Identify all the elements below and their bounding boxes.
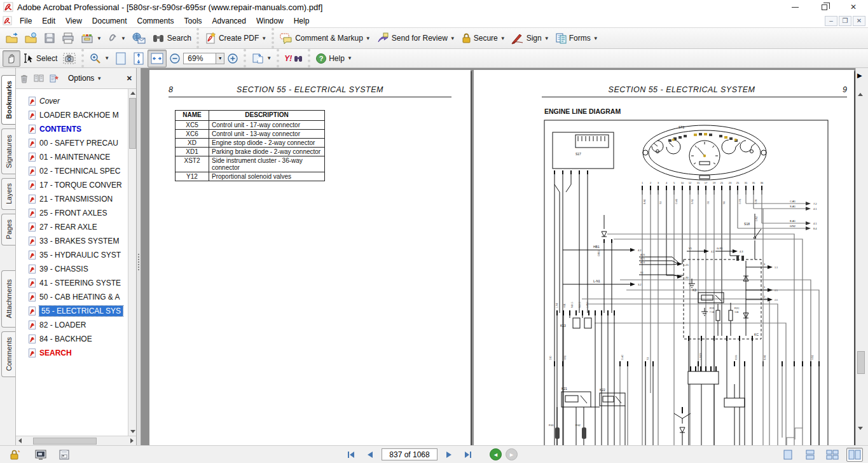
bookmarks-hscrollbar[interactable] — [16, 436, 136, 445]
bookmark-item[interactable]: LOADER BACKHOE M — [16, 108, 136, 122]
continuous-facing-button[interactable] — [824, 448, 841, 462]
search-button[interactable]: Search — [149, 30, 194, 46]
panel-expand-arrow[interactable]: ▶ — [857, 72, 862, 79]
fit-page-button[interactable] — [130, 50, 148, 67]
next-view-button[interactable]: ► — [506, 448, 518, 460]
minimize-button[interactable] — [780, 0, 809, 14]
bookmark-item[interactable]: 50 - CAB HEATING & A — [16, 290, 136, 304]
bookmark-item[interactable]: 02 - TECHNICAL SPEC — [16, 164, 136, 178]
print-button[interactable] — [59, 30, 78, 46]
tab-attachments[interactable]: Attachments — [1, 270, 15, 328]
menu-comments[interactable]: Comments — [132, 15, 179, 27]
bookmark-item[interactable]: 27 - REAR AXLE — [16, 220, 136, 234]
facing-button[interactable] — [846, 448, 863, 462]
send-review-button[interactable]: Send for Review▼ — [373, 30, 458, 46]
scroll-down-arrow[interactable] — [128, 427, 137, 436]
menu-file[interactable]: File — [15, 15, 37, 27]
sign-button[interactable]: Sign▼ — [508, 30, 552, 46]
yahoo-search-button[interactable]: Y! — [282, 52, 305, 65]
hscroll-thumb[interactable] — [33, 438, 97, 445]
scroll-thumb[interactable] — [857, 351, 865, 374]
forms-button[interactable]: Forms▼ — [552, 30, 601, 46]
menu-window[interactable]: Window — [251, 15, 289, 27]
tab-layers[interactable]: Layers — [1, 178, 15, 210]
secure-button[interactable]: Secure▼ — [458, 30, 508, 46]
first-page-button[interactable] — [343, 448, 359, 461]
hand-tool-button[interactable] — [3, 50, 20, 67]
bookmark-item[interactable]: 00 - SAFETY PRECAU — [16, 136, 136, 150]
bookmark-item[interactable]: 82 - LOADER — [16, 318, 136, 332]
doc-restore-button[interactable]: ❐ — [839, 16, 851, 26]
open-web-button[interactable] — [22, 30, 41, 46]
bookmark-item[interactable]: 35 - HYDRAULIC SYST — [16, 248, 136, 262]
scroll-thumb[interactable] — [129, 98, 136, 149]
bookmark-item[interactable]: 84 - BACKHOE — [16, 332, 136, 346]
scroll-up-arrow[interactable] — [858, 82, 863, 93]
menu-document[interactable]: Document — [87, 15, 132, 27]
snapshot-button[interactable] — [60, 50, 79, 67]
select-tool-button[interactable]: Select — [20, 51, 60, 66]
bookmark-item[interactable]: 39 - CHASSIS — [16, 262, 136, 276]
bookmark-item[interactable]: 25 - FRONT AXLES — [16, 206, 136, 220]
organizer-button[interactable]: ▼ — [78, 30, 104, 46]
disk-usage-icon[interactable] — [59, 449, 70, 460]
bookmark-item[interactable]: 17 - TORQUE CONVER — [16, 178, 136, 192]
next-page-button[interactable] — [441, 448, 457, 461]
panel-splitter[interactable] — [137, 68, 141, 445]
panel-close-button[interactable]: ✕ — [127, 74, 132, 83]
create-pdf-button[interactable]: Create PDF▼ — [202, 29, 269, 47]
menu-tools[interactable]: Tools — [179, 15, 207, 27]
bookmark-item[interactable]: 01 - MAINTENANCE — [16, 150, 136, 164]
tab-pages[interactable]: Pages — [1, 214, 15, 245]
security-lock-icon[interactable] — [9, 449, 20, 460]
bookmark-item[interactable]: Cover — [16, 94, 136, 108]
screen-preferences-icon[interactable] — [34, 449, 47, 460]
scroll-down-arrow[interactable] — [858, 430, 863, 441]
previous-page-button[interactable] — [362, 448, 378, 461]
tab-comments[interactable]: Comments — [1, 331, 15, 377]
delete-bookmark-icon[interactable] — [20, 74, 29, 83]
attach-button[interactable]: ▼ — [104, 30, 128, 46]
open-button[interactable] — [3, 30, 22, 46]
help-button[interactable]: ?Help▼ — [313, 51, 355, 66]
zoom-tool-button[interactable]: ▼ — [86, 50, 112, 67]
bookmark-item[interactable]: 21 - TRANSMISSION — [16, 192, 136, 206]
menu-advanced[interactable]: Advanced — [207, 15, 251, 27]
menu-view[interactable]: View — [60, 15, 87, 27]
bookmark-item[interactable]: CONTENTS — [16, 122, 136, 136]
tab-signatures[interactable]: Signatures — [1, 128, 15, 174]
page-number-field[interactable]: 837 of 1068 — [382, 448, 437, 460]
continuous-button[interactable] — [802, 448, 818, 462]
scroll-right-arrow[interactable] — [130, 438, 134, 443]
menu-help[interactable]: Help — [289, 15, 315, 27]
zoom-out-button[interactable] — [167, 51, 183, 66]
single-page-button[interactable] — [780, 448, 796, 462]
comment-markup-button[interactable]: Comment & Markup▼ — [277, 30, 373, 46]
zoom-in-button[interactable] — [224, 51, 241, 66]
zoom-dropdown[interactable]: ▼ — [216, 53, 224, 64]
restore-button[interactable] — [809, 0, 839, 14]
bookmarks-scrollbar[interactable] — [128, 89, 136, 436]
email-button[interactable] — [128, 30, 149, 46]
previous-view-button[interactable]: ◄ — [490, 448, 502, 460]
zoom-combo[interactable]: 69%▼ — [183, 53, 224, 64]
document-scrollbar[interactable]: ▶ — [855, 68, 865, 445]
actual-size-button[interactable] — [112, 50, 130, 67]
scroll-left-arrow[interactable] — [18, 438, 22, 443]
close-button[interactable]: ✕ — [839, 0, 868, 14]
scroll-up-arrow[interactable] — [128, 89, 137, 97]
new-bookmark-icon[interactable] — [49, 74, 59, 83]
last-page-button[interactable] — [460, 448, 476, 461]
zoom-value[interactable]: 69% — [183, 53, 216, 64]
bookmark-item-selected[interactable]: 55 - ELECTRICAL SYS — [16, 304, 136, 318]
fit-width-button[interactable] — [148, 50, 167, 67]
bookmark-item[interactable]: 33 - BRAKES SYSTEM — [16, 234, 136, 248]
doc-minimize-button[interactable]: – — [825, 16, 837, 26]
options-menu-button[interactable]: Options▼ — [68, 74, 102, 83]
doc-close-button[interactable]: ✕ — [853, 16, 865, 26]
bookmark-item[interactable]: SEARCH — [16, 346, 136, 360]
bookmark-item[interactable]: 41 - STEERING SYSTE — [16, 276, 136, 290]
expand-bookmarks-icon[interactable] — [34, 74, 44, 83]
menu-edit[interactable]: Edit — [37, 15, 60, 27]
page-display-button[interactable]: ▼ — [249, 50, 274, 67]
